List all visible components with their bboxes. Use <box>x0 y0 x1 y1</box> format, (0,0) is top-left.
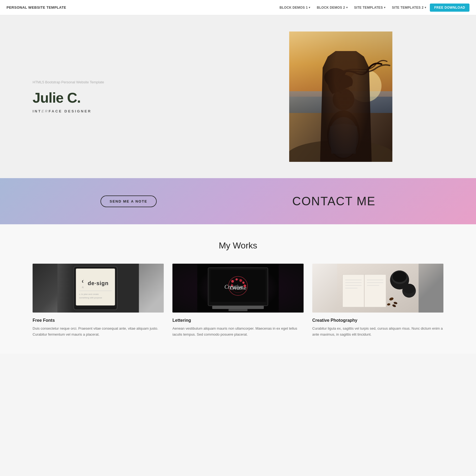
send-note-button[interactable]: SEND ME A NOTE <box>100 196 157 207</box>
nav-links: BLOCK DEMOS 1 ▾ BLOCK DEMOS 2 ▾ SITE TEM… <box>277 4 470 12</box>
svg-point-25 <box>242 282 245 284</box>
contact-title: CONTACT ME <box>292 194 376 208</box>
works-section-title: My Works <box>33 241 443 251</box>
svg-rect-16 <box>58 264 74 313</box>
svg-point-26 <box>244 285 246 287</box>
work-image-2: Creative <box>172 264 304 313</box>
hero-subtitle: HTML5 Bootstrap Personal Website Templat… <box>33 80 238 84</box>
svg-rect-29 <box>212 306 264 309</box>
svg-text:de·sign: de·sign <box>82 278 97 284</box>
nav-block-demos-2[interactable]: BLOCK DEMOS 2 ▾ <box>314 4 350 11</box>
hero-section: HTML5 Bootstrap Personal Website Templat… <box>0 15 476 178</box>
svg-text:Creative: Creative <box>225 284 243 290</box>
work-desc-3: Curabitur ligula ex, sagittis vel turpis… <box>312 326 443 338</box>
work-desc-2: Aenean vestibulum aliquam mauris non ull… <box>172 326 304 338</box>
hero-portrait <box>289 31 392 162</box>
hero-image-wrapper <box>238 31 444 162</box>
work-title-1: Free Fonts <box>33 318 164 323</box>
svg-point-6 <box>333 89 354 110</box>
svg-point-5 <box>327 110 360 159</box>
works-section: My Works de·sign /də ˈzīn/ v. to plan an… <box>0 224 476 354</box>
hero-content: HTML5 Bootstrap Personal Website Templat… <box>33 80 238 113</box>
work-desc-1: Duis consectetur neque orci. Praesent vi… <box>33 326 164 338</box>
role-prefix: INT <box>33 109 42 113</box>
svg-text:something with purpose: something with purpose <box>79 297 102 299</box>
svg-point-3 <box>349 70 382 102</box>
nav-site-templates[interactable]: SITE TEMPLATES ▾ <box>351 4 388 11</box>
free-download-button[interactable]: FREE DOWNLOAD <box>430 4 469 12</box>
svg-point-22 <box>231 280 234 283</box>
work-image-3 <box>312 264 443 313</box>
svg-point-23 <box>236 278 238 280</box>
nav-block-demos-1[interactable]: BLOCK DEMOS 1 ▾ <box>277 4 313 11</box>
hero-name: Julie C. <box>33 90 238 106</box>
svg-text:/də ˈzīn/: /də ˈzīn/ <box>82 286 91 289</box>
svg-text:v. to plan and create: v. to plan and create <box>79 293 99 295</box>
chevron-down-icon: ▾ <box>309 6 310 9</box>
hero-portrait-inner <box>289 31 392 162</box>
svg-point-24 <box>239 279 242 282</box>
chevron-down-icon: ▾ <box>425 6 426 9</box>
work-card-3: Creative Photography Curabitur ligula ex… <box>312 264 443 338</box>
hero-role: INTERFACE DESIGNER <box>33 109 238 113</box>
navbar: PERSONAL WEBSITE TEMPLATE BLOCK DEMOS 1 … <box>0 0 476 15</box>
works-grid: de·sign /də ˈzīn/ v. to plan and create … <box>33 264 443 338</box>
role-italic: ER <box>42 109 49 113</box>
nav-site-templates-2[interactable]: SITE TEMPLATES 2 ▾ <box>389 4 429 11</box>
svg-point-45 <box>403 284 415 294</box>
svg-rect-30 <box>229 309 248 311</box>
contact-section: SEND ME A NOTE CONTACT ME <box>0 178 476 224</box>
work-image-1: de·sign /də ˈzīn/ v. to plan and create … <box>33 264 164 313</box>
chevron-down-icon: ▾ <box>346 6 348 9</box>
svg-point-7 <box>329 117 358 158</box>
work-title-2: Lettering <box>172 318 304 323</box>
brand-logo: PERSONAL WEBSITE TEMPLATE <box>7 5 66 10</box>
work-card-2: Creative Lettering Aenean vestibulum ali… <box>172 264 304 338</box>
work-card-1: de·sign /də ˈzīn/ v. to plan and create … <box>33 264 164 338</box>
chevron-down-icon: ▾ <box>384 6 385 9</box>
svg-rect-19 <box>210 270 266 302</box>
svg-point-43 <box>393 271 407 282</box>
role-suffix: FACE DESIGNER <box>49 109 92 113</box>
work-title-3: Creative Photography <box>312 318 443 323</box>
